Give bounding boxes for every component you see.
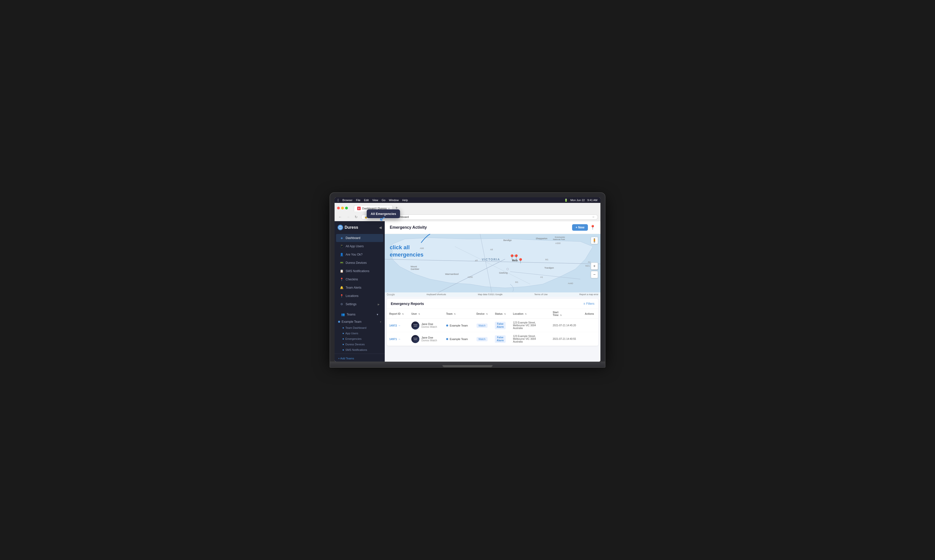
team-alerts-icon: 🔔 [340,286,344,290]
start-time: 2021-07-21 14:40:55 [553,338,580,340]
report-id-link-14971[interactable]: 14971 → [389,338,406,340]
close-window-button[interactable] [337,207,340,209]
team-sms-notifications-item[interactable]: SMS Notifications [339,347,383,352]
teams-section-header[interactable]: 👥 Teams ▾ [338,311,382,318]
zoom-in-button[interactable]: + [591,263,598,269]
location-button[interactable]: 📍 [590,225,595,230]
sidebar-item-all-app-users[interactable]: 📱 All App Users [336,242,383,250]
svg-point-20 [507,268,509,270]
menu-help[interactable]: Help [402,198,408,202]
arrow-icon: → [398,338,401,340]
team-emergencies-item[interactable]: Emergencies [339,336,383,342]
minimize-window-button[interactable] [341,207,344,209]
sidebar-item-sms-notifications[interactable]: 📋 SMS Notifications [336,267,383,275]
sort-icon[interactable]: ⇅ [560,314,562,317]
sidebar-item-duress-devices[interactable]: 📟 Duress Devices [336,259,383,267]
sidebar-navigation: ◈ Dashboard 📱 All App Users 👤 Are You Ok… [335,233,385,309]
sidebar-item-locations[interactable]: 📍 Locations [336,292,383,300]
menu-file[interactable]: File [356,198,360,202]
menu-view[interactable]: View [372,198,378,202]
svg-text:A8: A8 [475,259,478,262]
new-button[interactable]: + New [572,224,588,231]
status-badge: FalseAlarm [495,335,505,343]
sort-icon[interactable]: ⇅ [486,313,488,315]
sidebar-item-checkins[interactable]: 📍 Checkins [336,275,383,283]
user-cell: Duresswatch Jane Doe Duress Watch [409,332,444,346]
example-team-expand-icon: ▾ [380,320,381,323]
laptop-base [329,362,606,368]
arrow-icon: → [398,324,401,327]
system-date: Mon Jun 22 [571,198,584,202]
team-dashboard-item[interactable]: Team Dashboard [339,325,383,331]
maximize-window-button[interactable] [345,207,348,209]
device-badge[interactable]: Watch [477,337,487,341]
zoom-out-button[interactable]: − [591,271,598,278]
team-dot-icon [446,338,448,340]
keyboard-shortcuts[interactable]: Keyboard shortcuts [427,293,446,296]
menu-window[interactable]: Window [389,198,399,202]
sidebar-item-team-alerts[interactable]: 🔔 Team Alerts [336,284,383,292]
col-team: Team ⇅ [444,309,474,319]
filters-button[interactable]: ≡ Filters [583,302,594,305]
menu-go[interactable]: Go [382,198,386,202]
sidebar-item-dashboard[interactable]: ◈ Dashboard [336,234,383,242]
svg-text:A1: A1 [540,276,543,278]
status-badge: FalseAlarm [495,322,505,329]
sidebar-item-settings[interactable]: ⚙ Settings ▶ [336,300,383,308]
map-container[interactable]: A8 A66 A8 A300 M39 M1 M1 A440 A200 A1 A1 [385,234,600,297]
team-app-users-item[interactable]: App Users [339,331,383,336]
map-label-geelong: Geelong [499,272,507,274]
checkins-icon: 📍 [340,277,344,282]
menu-browser[interactable]: Browser [342,198,352,202]
sidebar-item-are-you-ok[interactable]: 👤 Are You Ok? [336,251,383,258]
report-map-error[interactable]: Report a map error [579,293,598,296]
reports-title: Emergency Reports [391,302,424,306]
col-actions: Actions [582,309,598,319]
map-background: A8 A66 A8 A300 M39 M1 M1 A440 A200 A1 A1 [385,234,600,297]
locations-icon: 📍 [340,294,344,298]
team-cell: Example Team [444,332,474,346]
system-time: 9:41 AM [587,198,597,202]
refresh-button[interactable]: ↻ [353,214,359,220]
bullet-icon [343,338,344,340]
street-view-icon[interactable]: 🧍 [591,237,598,244]
sort-icon[interactable]: ⇅ [418,313,420,315]
team-name: Example Team [450,338,468,340]
bullet-icon [343,327,344,329]
report-id-link-14972[interactable]: 14972 → [389,324,406,327]
map-label-shepparton: Shepparton [536,237,547,240]
sort-icon[interactable]: ⇅ [402,313,404,315]
device-badge[interactable]: Watch [477,323,487,328]
sidebar-label-sms-notifications: SMS Notifications [346,269,369,273]
sidebar-label-checkins: Checkins [346,278,358,281]
menu-edit[interactable]: Edit [364,198,369,202]
user-name: Jane Doe [421,336,437,339]
team-duress-devices-item[interactable]: Duress Devices [339,342,383,347]
sidebar-logo-text: Duress [344,225,358,230]
example-team-header[interactable]: Example Team ▾ [336,318,383,325]
back-button[interactable]: ← [337,214,343,220]
are-you-ok-icon: 👤 [340,252,344,257]
reports-header: Emergency Reports ≡ Filters [387,299,598,309]
bookmark-icon[interactable]: ☆ [592,215,595,219]
team-active-indicator [338,321,340,323]
sort-icon[interactable]: ⇅ [454,313,456,315]
map-label-bendigo: Bendigo [503,239,512,242]
apple-menu[interactable]:  [338,198,339,202]
table-header-row: Report ID ⇅ User ⇅ Team [387,309,598,319]
sort-icon[interactable]: ⇅ [525,313,527,315]
start-time-cell: 2021-07-21 14:40:55 [550,332,582,346]
svg-text:A8: A8 [490,248,493,251]
col-device: Device ⇅ [474,309,492,319]
add-teams-button[interactable]: + Add Teams [338,356,381,361]
sort-icon[interactable]: ⇅ [504,313,506,315]
team-sms-notifications-label: SMS Notifications [345,348,367,351]
view-all-teams-link[interactable]: View All Teams [338,361,381,362]
forward-button[interactable]: → [345,214,351,220]
filters-label: Filters [586,302,594,305]
team-duress-devices-label: Duress Devices [345,343,364,346]
map-label-warrnambool: Warrnambool [445,273,459,275]
map-pin-3: 📍 [517,258,524,264]
terms-of-use[interactable]: Terms of Use [534,293,547,296]
sidebar-collapse-button[interactable]: ◀ [379,225,382,229]
